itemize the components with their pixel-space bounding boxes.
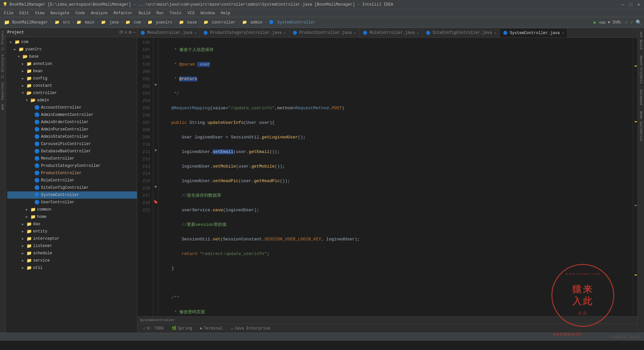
tree-item-systemcontroller[interactable]: 🔵 SystemController bbox=[7, 191, 137, 199]
tree-item-usercontroller[interactable]: 🔵 UserController bbox=[7, 199, 137, 206]
tree-item-controller[interactable]: ▼ 📂 controller bbox=[7, 89, 137, 97]
menu-file[interactable]: File bbox=[1, 10, 16, 16]
menu-navigate[interactable]: Navigate bbox=[48, 10, 72, 16]
tab-menucontroller[interactable]: 🔵 MenuController.java ✕ bbox=[137, 28, 200, 37]
side-tab-favorites[interactable]: Favorites bbox=[0, 81, 5, 101]
menu-vcs[interactable]: VCS bbox=[185, 10, 197, 16]
minimize-button[interactable]: — bbox=[620, 2, 625, 7]
tree-item-bean[interactable]: ▶ 📁 bean bbox=[7, 68, 137, 75]
menu-tools[interactable]: Tools bbox=[167, 10, 184, 16]
code-line-209: SessionUtil.set(SessionConstant.SESSION_… bbox=[161, 236, 630, 243]
settings-icon[interactable]: ⚙ bbox=[129, 29, 131, 35]
breadcrumb-project[interactable]: BookMallManager bbox=[12, 20, 48, 25]
tree-item-carouselpiccontroller[interactable]: 🔵 CarouselPicController bbox=[7, 140, 137, 148]
code-editor[interactable]: 196 197 198 199 200 201 202 203 204 205 … bbox=[137, 38, 637, 316]
bottom-tab-javaenterprise[interactable]: ☕ Java Enterprise bbox=[228, 325, 274, 332]
tree-item-config[interactable]: ▶ 📁 config bbox=[7, 75, 137, 82]
menu-refactor[interactable]: Refactor bbox=[111, 10, 135, 16]
bottom-tab-spring[interactable]: 🌿 Spring bbox=[168, 325, 195, 332]
tab-close-siteconfig[interactable]: ✕ bbox=[494, 31, 496, 35]
tab-close-system[interactable]: ✕ bbox=[562, 31, 564, 35]
side-tab-web[interactable]: Web bbox=[0, 103, 5, 111]
bottom-tab-todo[interactable]: ✓ 6: TODO bbox=[140, 325, 167, 332]
tree-item-util[interactable]: ▶ 📁 util bbox=[7, 264, 137, 272]
tree-item-rolecontroller[interactable]: 🔵 RoleController bbox=[7, 177, 137, 184]
tab-close-menu[interactable]: ✕ bbox=[194, 31, 197, 35]
tree-item-adminordercontroller[interactable]: 🔵 AdminOrderController bbox=[7, 119, 137, 126]
right-tab-maven[interactable]: Maven Projects bbox=[638, 53, 643, 86]
right-tab-antbuild[interactable]: Ant Build bbox=[638, 29, 643, 52]
breadcrumb-main[interactable]: 📁 main bbox=[76, 20, 94, 25]
tab-systemcontroller[interactable]: 🔵 SystemController.java ✕ bbox=[500, 28, 568, 37]
close-button[interactable]: ✕ bbox=[636, 2, 641, 7]
tree-item-adminpursecontroller[interactable]: 🔵 AdminPurseController bbox=[7, 126, 137, 133]
breadcrumb-src[interactable]: 📁 src bbox=[55, 20, 70, 25]
run-button[interactable]: ▶ bbox=[594, 20, 596, 25]
breadcrumb-java[interactable]: 📁 java bbox=[101, 20, 119, 25]
tree-item-constant[interactable]: ▶ 📁 constant bbox=[7, 82, 137, 89]
tab-productcategorycontroller[interactable]: 🔵 ProductCategoryController.java ✕ bbox=[200, 28, 289, 37]
app-selector[interactable]: App ▼ bbox=[599, 21, 610, 25]
tree-item-interceptor[interactable]: ▶ 📁 interceptor bbox=[7, 235, 137, 242]
menu-build[interactable]: Build bbox=[136, 10, 153, 16]
tree-item-dao[interactable]: ▶ 📁 dao bbox=[7, 221, 137, 228]
menu-window[interactable]: Window bbox=[198, 10, 217, 16]
side-tab-structure[interactable]: 2: Structure bbox=[0, 53, 5, 79]
tree-item-annotion[interactable]: ▶ 📁 annotion bbox=[7, 60, 137, 68]
tree-item-common[interactable]: ▶ 📁 common bbox=[7, 206, 137, 213]
breadcrumb-systemcontroller[interactable]: 🔵 SystemController bbox=[269, 20, 315, 25]
menu-edit[interactable]: Edit bbox=[17, 10, 32, 16]
tree-item-com[interactable]: ▶ 📁 com bbox=[7, 38, 137, 46]
collapse-icon[interactable]: ⇱ bbox=[125, 29, 127, 35]
right-tab-database[interactable]: Database bbox=[638, 87, 643, 108]
code-content[interactable]: * 修改个人信息保存 * @param user * @return */ @R… bbox=[158, 38, 633, 316]
menu-code[interactable]: Code bbox=[73, 10, 88, 16]
tree-item-yuanlrc[interactable]: ▶ 📁 yuanlrc bbox=[7, 46, 137, 53]
tab-close-role[interactable]: ✕ bbox=[417, 31, 419, 35]
breadcrumb-yuanlrc[interactable]: 📁 yuanlrc bbox=[148, 20, 173, 25]
right-tab-beanvalidation[interactable]: Bean Validation bbox=[638, 109, 643, 144]
maximize-button[interactable]: □ bbox=[628, 2, 633, 7]
tree-item-siteconfigcontroller[interactable]: 🔵 SiteConfigController bbox=[7, 184, 137, 191]
tree-item-menucontroller[interactable]: 🔵 MenuController bbox=[7, 155, 137, 162]
tree-item-base[interactable]: ▼ 📂 base bbox=[7, 53, 137, 60]
side-tab-project[interactable]: 1: Project bbox=[0, 29, 5, 52]
bottom-tab-terminal[interactable]: ▶ Terminal bbox=[197, 325, 226, 332]
fold-toggle-216[interactable]: ▼ bbox=[153, 183, 158, 191]
breadcrumb-controller[interactable]: 📁 controller bbox=[203, 20, 236, 25]
fold-toggle-202[interactable]: ▼ bbox=[153, 81, 158, 89]
tree-item-entity[interactable]: ▶ 📁 entity bbox=[7, 228, 137, 235]
tree-item-admincommentcontroller[interactable]: 🔵 AdminCommentController bbox=[7, 111, 137, 119]
tree-item-listener[interactable]: ▶ 📁 listener bbox=[7, 242, 137, 250]
bookmark-218[interactable]: 🔖 bbox=[153, 198, 158, 205]
tree-item-productcategorycontroller[interactable]: 🔵 ProductCategoryController bbox=[7, 162, 137, 170]
fold-toggle-211[interactable]: ▼ bbox=[153, 147, 158, 154]
tab-rolecontroller[interactable]: 🔵 RoleController.java ✕ bbox=[360, 28, 422, 37]
hide-icon[interactable]: — bbox=[133, 29, 136, 35]
tree-item-service[interactable]: ▶ 📁 service bbox=[7, 257, 137, 264]
javaenterprise-icon: ☕ bbox=[231, 326, 233, 331]
tree-item-accountcontroller[interactable]: 🔵 AccountController bbox=[7, 104, 137, 111]
tab-productcontroller[interactable]: 🔵 ProductController.java ✕ bbox=[289, 28, 360, 37]
breadcrumb-base[interactable]: 📁 base bbox=[179, 20, 197, 25]
window-controls[interactable]: — □ ✕ bbox=[620, 2, 641, 7]
menu-analyze[interactable]: Analyze bbox=[88, 10, 110, 16]
tree-item-databasebakcontroller[interactable]: 🔵 DatabaseBakController bbox=[7, 148, 137, 155]
tree-item-schedule[interactable]: ▶ 📁 schedule bbox=[7, 250, 137, 257]
tree-item-home[interactable]: ▶ 📁 home bbox=[7, 213, 137, 221]
tree-item-admin[interactable]: ▼ 📂 admin bbox=[7, 97, 137, 104]
menu-run[interactable]: Run bbox=[154, 10, 166, 16]
breadcrumb-admin[interactable]: 📁 admin bbox=[242, 20, 262, 25]
menu-view[interactable]: View bbox=[32, 10, 47, 16]
tree-label-common: common bbox=[37, 207, 51, 212]
sync-icon[interactable]: ⟳ bbox=[119, 29, 123, 35]
scroll-indicator-panel[interactable] bbox=[633, 38, 637, 316]
menu-help[interactable]: Help bbox=[218, 10, 233, 16]
breadcrumb-com[interactable]: 📁 com bbox=[125, 20, 141, 25]
tab-siteconfigcontroller[interactable]: 🔵 SiteConfigController.java ✕ bbox=[423, 28, 500, 37]
tree-item-adminstatecontroller[interactable]: 🔵 AdminStateController bbox=[7, 133, 137, 140]
tab-close-productcategory[interactable]: ✕ bbox=[284, 31, 286, 35]
tree-item-productcontroller[interactable]: 🔵 ProductController bbox=[7, 170, 137, 177]
search-icon[interactable]: 🔍 bbox=[636, 20, 641, 25]
tab-close-product[interactable]: ✕ bbox=[354, 31, 356, 35]
